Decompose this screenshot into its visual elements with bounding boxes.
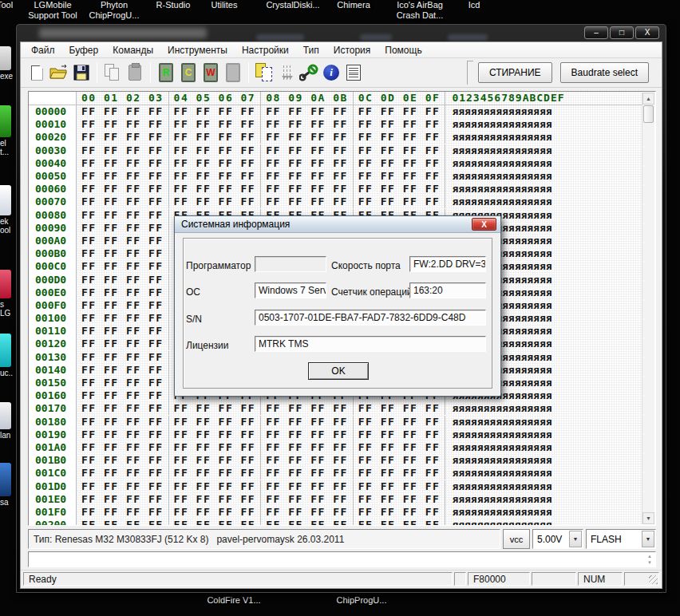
log-scroll-arrows[interactable]: ▲▼ [644, 552, 655, 567]
scroll-down-arrow[interactable]: ▼ [642, 512, 654, 524]
ok-button[interactable]: OK [308, 362, 369, 380]
hex-byte-group[interactable]: FF FF FF FF [169, 131, 262, 144]
hex-byte-group[interactable]: FF FF FF FF [354, 441, 446, 454]
chevron-down-icon[interactable]: ▼ [642, 531, 654, 547]
paste-icon[interactable] [125, 62, 145, 83]
serial-number-field[interactable]: 0503-1707-01DE-FBA7-FAD7-7832-6DD9-C48D [255, 310, 486, 326]
hex-byte-group[interactable]: FF FF FF FF [77, 480, 169, 493]
desktop-icon[interactable]: s LG [0, 270, 16, 318]
menu-item[interactable]: Тип [296, 43, 326, 57]
verify-chip-icon[interactable]: C [178, 62, 199, 83]
hex-byte-group[interactable]: FF FF FF FF [354, 493, 446, 506]
hex-byte-group[interactable]: FF FF FF FF [169, 416, 262, 428]
hex-byte-group[interactable]: FF FF FF FF [261, 144, 354, 157]
hex-ascii[interactable]: яяяяяяяяяяяяяяяя [445, 428, 552, 441]
hex-byte-group[interactable]: FF FF FF FF [77, 157, 169, 170]
scroll-up-arrow[interactable]: ▲ [642, 93, 654, 105]
hex-ascii[interactable]: яяяяяяяяяяяяяяяя [445, 170, 552, 183]
desktop-icon-label[interactable]: Chimera [326, 0, 382, 10]
desktop-icon[interactable]: lan [0, 402, 16, 440]
minimize-button[interactable]: – [584, 26, 608, 39]
hex-byte-group[interactable]: FF FF FF FF [169, 454, 262, 467]
chevron-down-icon[interactable]: ▼ [569, 531, 582, 547]
scroll-thumb[interactable] [643, 105, 654, 123]
hex-byte-group[interactable]: FF FF FF FF [77, 377, 169, 389]
hex-byte-group[interactable]: FF FF FF FF [354, 428, 446, 441]
hex-byte-group[interactable]: FF FF FF FF [77, 299, 169, 312]
hex-ascii[interactable]: яяяяяяяяяяяяяяяя [445, 183, 552, 195]
hex-byte-group[interactable]: FF FF FF FF [77, 183, 169, 195]
baudrate-select-button[interactable]: Baudrate select [560, 62, 649, 83]
copy-icon[interactable] [102, 62, 123, 83]
hex-byte-group[interactable]: FF FF FF FF [261, 441, 354, 454]
hex-byte-group[interactable]: FF FF FF FF [77, 195, 169, 208]
desktop-icon-label[interactable]: LGMobile Support Tool [11, 0, 94, 21]
save-icon[interactable] [71, 62, 92, 83]
desktop-icon[interactable]: sa [0, 463, 16, 507]
hex-byte-group[interactable]: FF FF FF FF [77, 118, 169, 131]
hex-byte-group[interactable]: FF FF FF FF [169, 402, 262, 415]
port-speed-field[interactable]: FW:2.DD DRV=3 [409, 256, 486, 272]
hex-row[interactable]: 00170 FF FF FF FF FF FF FF FF FF FF FF F… [29, 402, 642, 415]
hex-byte-group[interactable]: FF FF FF FF [354, 144, 446, 157]
hex-row[interactable]: 00040 FF FF FF FF FF FF FF FF FF FF FF F… [29, 157, 642, 170]
menu-item[interactable]: История [326, 43, 378, 57]
hex-row[interactable]: 00200 FF FF FF FF FF FF FF FF FF FF FF F… [29, 519, 642, 525]
hex-byte-group[interactable]: FF FF FF FF [77, 467, 169, 480]
hex-ascii[interactable]: яяяяяяяяяяяяяяяя [445, 195, 552, 208]
menu-item[interactable]: Инструменты [160, 43, 235, 57]
hex-row[interactable]: 001F0 FF FF FF FF FF FF FF FF FF FF FF F… [29, 506, 642, 519]
serial-settings-icon[interactable] [276, 62, 297, 83]
hex-byte-group[interactable]: FF FF FF FF [169, 480, 262, 493]
hex-row[interactable]: 00070 FF FF FF FF FF FF FF FF FF FF FF F… [29, 195, 642, 208]
hex-byte-group[interactable]: FF FF FF FF [261, 183, 354, 195]
programmer-field[interactable] [255, 256, 326, 272]
hex-byte-group[interactable]: FF FF FF FF [169, 170, 262, 183]
desktop-icon[interactable]: el t... [0, 105, 16, 156]
hex-byte-group[interactable]: FF FF FF FF [77, 338, 169, 350]
script-editor-icon[interactable] [343, 62, 364, 83]
desktop-icon-label[interactable]: Ico's AirBag Crash Dat... [385, 0, 455, 21]
hex-byte-group[interactable]: FF FF FF FF [261, 416, 354, 428]
hex-byte-group[interactable]: FF FF FF FF [261, 402, 354, 415]
hex-byte-group[interactable]: FF FF FF FF [77, 351, 169, 364]
hex-byte-group[interactable]: FF FF FF FF [77, 131, 169, 144]
hex-byte-group[interactable]: FF FF FF FF [77, 144, 169, 157]
hex-ascii[interactable]: яяяяяяяяяяяяяяяя [445, 144, 552, 157]
hex-byte-group[interactable]: FF FF FF FF [77, 364, 169, 377]
hex-row[interactable]: 001B0 FF FF FF FF FF FF FF FF FF FF FF F… [29, 454, 642, 467]
hex-row[interactable]: 00030 FF FF FF FF FF FF FF FF FF FF FF F… [29, 144, 642, 157]
maximize-button[interactable]: □ [610, 26, 634, 39]
info-icon[interactable]: i [321, 62, 342, 83]
desktop-icon-label[interactable]: R-Studio [145, 0, 201, 10]
hex-byte-group[interactable]: FF FF FF FF [261, 467, 354, 480]
desktop-icon[interactable]: ek ool [0, 185, 16, 235]
hex-byte-group[interactable]: FF FF FF FF [77, 209, 169, 222]
titlebar[interactable]: – □ X [17, 25, 666, 41]
menu-item[interactable]: Буфер [62, 43, 106, 57]
hex-byte-group[interactable]: FF FF FF FF [354, 105, 446, 118]
write-chip-icon[interactable]: W [200, 62, 221, 83]
voltage-select[interactable]: 5.00V ▼ [532, 529, 583, 549]
hex-byte-group[interactable]: FF FF FF FF [169, 467, 262, 480]
hex-ascii[interactable]: яяяяяяяяяяяяяяяя [445, 467, 552, 480]
operation-counter-field[interactable]: 163:20 [409, 282, 486, 298]
hex-byte-group[interactable]: FF FF FF FF [169, 506, 262, 519]
hex-byte-group[interactable]: FF FF FF FF [261, 195, 354, 208]
licenses-field[interactable]: MTRK TMS [255, 336, 486, 352]
hex-byte-group[interactable]: FF FF FF FF [354, 467, 446, 480]
hex-byte-group[interactable]: FF FF FF FF [77, 454, 169, 467]
desktop-icon-label[interactable]: ChipProgU... [318, 595, 405, 606]
hex-byte-group[interactable]: FF FF FF FF [354, 170, 446, 183]
hex-ascii[interactable]: яяяяяяяяяяяяяяяя [445, 454, 552, 467]
hex-byte-group[interactable]: FF FF FF FF [261, 480, 354, 493]
hex-byte-group[interactable]: FF FF FF FF [261, 170, 354, 183]
hex-row[interactable]: 00180 FF FF FF FF FF FF FF FF FF FF FF F… [29, 416, 642, 428]
hex-ascii[interactable]: яяяяяяяяяяяяяяяя [445, 416, 552, 428]
hex-byte-group[interactable]: FF FF FF FF [261, 506, 354, 519]
hex-byte-group[interactable]: FF FF FF FF [169, 183, 262, 195]
hex-byte-group[interactable]: FF FF FF FF [354, 506, 446, 519]
hex-byte-group[interactable]: FF FF FF FF [354, 183, 446, 195]
hex-byte-group[interactable]: FF FF FF FF [77, 389, 169, 402]
hex-byte-group[interactable]: FF FF FF FF [169, 105, 262, 118]
